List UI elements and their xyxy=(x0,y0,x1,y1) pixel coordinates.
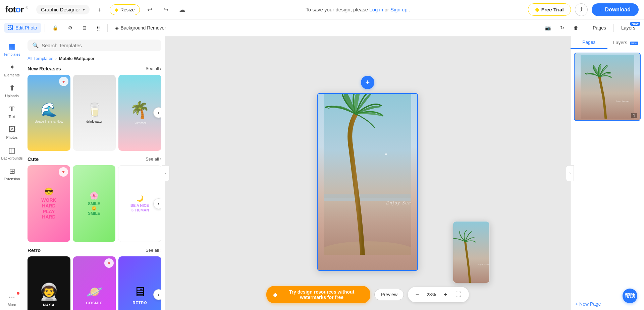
new-releases-title: New Releases xyxy=(28,66,61,71)
cute-see-all[interactable]: See all › xyxy=(146,157,161,162)
divider3 xyxy=(585,24,585,32)
template-card[interactable]: 🌊 Space Here & Now ♥ xyxy=(28,75,70,151)
new-releases-next-arrow[interactable]: › xyxy=(153,107,161,118)
retro-next-arrow[interactable]: › xyxy=(153,289,161,300)
panel-collapse-button[interactable]: ‹ xyxy=(162,165,170,181)
retro-title: Retro xyxy=(28,247,41,253)
cute-next-arrow[interactable]: › xyxy=(153,198,161,209)
notification-dot xyxy=(17,292,19,295)
search-input[interactable] xyxy=(42,43,157,48)
template-card[interactable]: 🖥 RETRO xyxy=(118,256,161,310)
page-number: 1 xyxy=(631,113,637,118)
backgrounds-icon: ◫ xyxy=(8,146,15,155)
zoom-in-button[interactable]: + xyxy=(441,290,450,299)
delete-button[interactable]: 🗑 xyxy=(570,23,582,33)
layers-tab[interactable]: Layers NEW xyxy=(607,36,644,49)
mini-preview: Enjoy Summer xyxy=(453,221,490,283)
breadcrumb-all-templates[interactable]: All Templates xyxy=(28,56,53,61)
help-button[interactable]: 帮助 xyxy=(623,289,637,303)
app-selector[interactable]: Graphic Designer ▾ xyxy=(36,5,90,14)
sidebar-item-photos[interactable]: 🖼 Photos xyxy=(0,122,24,143)
fullscreen-button[interactable]: ⛶ xyxy=(453,289,464,300)
zoom-level: 28% xyxy=(425,292,438,297)
svg-text:✦: ✦ xyxy=(384,151,388,157)
app-selector-text: Graphic Designer xyxy=(41,7,80,12)
svg-text:Enjoy Summer: Enjoy Summer xyxy=(478,263,490,265)
logo: fotor ® xyxy=(5,4,32,15)
divider xyxy=(45,24,45,32)
search-icon: 🔍 xyxy=(32,42,39,49)
sidebar-item-more[interactable]: ··· More xyxy=(0,289,24,310)
planet-icon: 🪐 xyxy=(86,284,103,300)
screenshot-button[interactable]: 📷 xyxy=(541,23,555,33)
cute-title: Cute xyxy=(28,156,39,162)
elements-icon: ✦ xyxy=(9,63,15,72)
palm-icon: 🌴 xyxy=(130,101,150,119)
template-card[interactable]: 🌸 SMILE😊SMILE xyxy=(73,165,115,242)
resize-button[interactable]: ◆ Resize xyxy=(110,4,140,15)
sidebar-item-uploads[interactable]: ⬆ Uploads xyxy=(0,80,24,101)
edit-photo-button[interactable]: 🖼 Edit Photo xyxy=(4,23,41,33)
new-releases-see-all[interactable]: See all › xyxy=(146,66,161,71)
breadcrumb-current: Mobile Wallpaper xyxy=(59,56,94,61)
pages-tab-button[interactable]: Pages xyxy=(588,23,611,33)
zoom-controls: − 28% + ⛶ xyxy=(408,287,469,302)
redo-button[interactable]: ↪ xyxy=(160,4,172,16)
canvas-background: ✦ Enjoy Summer xyxy=(318,94,417,270)
templates-icon: ▦ xyxy=(8,42,15,51)
extension-icon: ⊞ xyxy=(9,167,15,176)
add-page-button[interactable]: + xyxy=(361,76,374,89)
right-panel-expand-button[interactable]: › xyxy=(566,165,574,181)
adjust-button[interactable]: ⚙ xyxy=(64,23,76,33)
template-card[interactable]: 🥛 drink water xyxy=(73,75,116,151)
trash-icon: 🗑 xyxy=(574,25,578,30)
grid-button[interactable]: ⣿ xyxy=(93,23,104,33)
pages-tab[interactable]: Pages xyxy=(571,36,607,49)
download-button[interactable]: ↓ Download xyxy=(592,3,639,16)
computer-icon: 🖥 xyxy=(133,284,147,299)
template-card[interactable]: 👨‍🚀 NASA xyxy=(28,256,70,310)
breadcrumb-separator: › xyxy=(55,56,57,61)
zoom-out-button[interactable]: − xyxy=(413,290,422,299)
chevron-right-icon: › xyxy=(160,66,161,71)
signup-link[interactable]: Sign up xyxy=(390,7,408,12)
lock-button[interactable]: 🔒 xyxy=(48,23,62,33)
layers-tab-button[interactable]: Layers NEW xyxy=(616,23,640,33)
templates-panel: 🔍 All Templates › Mobile Wallpaper New R… xyxy=(24,36,165,310)
svg-text:Enjoy Summer: Enjoy Summer xyxy=(615,100,630,103)
retro-see-all[interactable]: See all › xyxy=(146,248,161,253)
chevron-down-icon: ▾ xyxy=(83,7,85,12)
diamond-icon: ◆ xyxy=(115,7,118,12)
toolbar2-right: 📷 ↻ 🗑 Pages Layers NEW xyxy=(541,23,640,33)
login-link[interactable]: Log in xyxy=(369,7,383,12)
bg-remover-button[interactable]: ◈ Background Remover xyxy=(111,23,170,33)
sidebar-item-extension[interactable]: ⊞ Extension xyxy=(0,164,24,184)
screenshot-icon: 📷 xyxy=(545,25,551,30)
sidebar-item-templates[interactable]: ▦ Templates xyxy=(0,39,24,60)
right-panel-tabs: Pages Layers NEW xyxy=(571,36,644,49)
template-card[interactable]: 😎 WORKHARDPLAYHARD ♥ xyxy=(28,165,70,242)
undo-button[interactable]: ↩ xyxy=(144,4,156,16)
canvas-page[interactable]: ✦ Enjoy Summer xyxy=(317,93,418,271)
template-card[interactable]: 🪐 COSMIC ♥ xyxy=(73,256,116,310)
watermark-button[interactable]: ◆ Try design resources without watermark… xyxy=(266,286,370,303)
free-trial-button[interactable]: ◆ Free Trial xyxy=(528,3,571,16)
preview-button[interactable]: Preview xyxy=(374,289,404,300)
page-thumbnail[interactable]: Enjoy Summer 1 xyxy=(574,53,641,121)
toolbar2: 🖼 Edit Photo 🔒 ⚙ ⊡ ⣿ ◈ Background Remove… xyxy=(0,19,644,36)
bg-remover-icon: ◈ xyxy=(115,25,119,30)
divider4 xyxy=(613,24,614,32)
heart-button[interactable]: ♥ xyxy=(59,77,68,86)
retro-row: 👨‍🚀 NASA 🪐 COSMIC ♥ xyxy=(28,256,161,310)
heart-button[interactable]: ♥ xyxy=(59,167,68,177)
sidebar-item-elements[interactable]: ✦ Elements xyxy=(0,60,24,80)
save-button[interactable]: ☁ xyxy=(176,4,188,16)
sidebar-item-backgrounds[interactable]: ◫ Backgrounds xyxy=(0,143,24,164)
refresh-button[interactable]: ↻ xyxy=(556,23,568,33)
right-panel: Pages Layers NEW xyxy=(570,36,644,310)
sidebar-item-text[interactable]: T Text xyxy=(0,101,24,122)
share-button[interactable]: ⤴ xyxy=(575,3,588,16)
add-button[interactable]: ＋ xyxy=(94,4,106,16)
crop-button[interactable]: ⊡ xyxy=(78,23,91,33)
upload-icon: ⬆ xyxy=(9,84,15,92)
